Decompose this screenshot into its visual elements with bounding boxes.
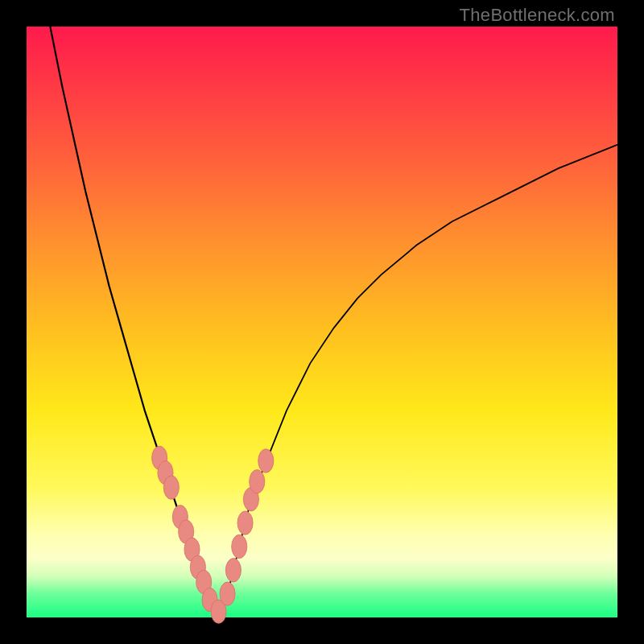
marker-point	[225, 559, 241, 582]
curve-layer	[27, 27, 617, 617]
marker-point	[163, 476, 179, 499]
watermark-text: TheBottleneck.com	[460, 5, 615, 26]
marker-point	[250, 470, 265, 493]
highlight-markers	[152, 446, 274, 623]
chart-frame: TheBottleneck.com	[0, 0, 644, 644]
marker-point	[258, 449, 274, 473]
marker-point	[232, 535, 247, 558]
plot-area	[27, 27, 617, 617]
curve-right-branch	[216, 145, 617, 615]
marker-point	[220, 582, 235, 605]
marker-point	[237, 511, 253, 535]
